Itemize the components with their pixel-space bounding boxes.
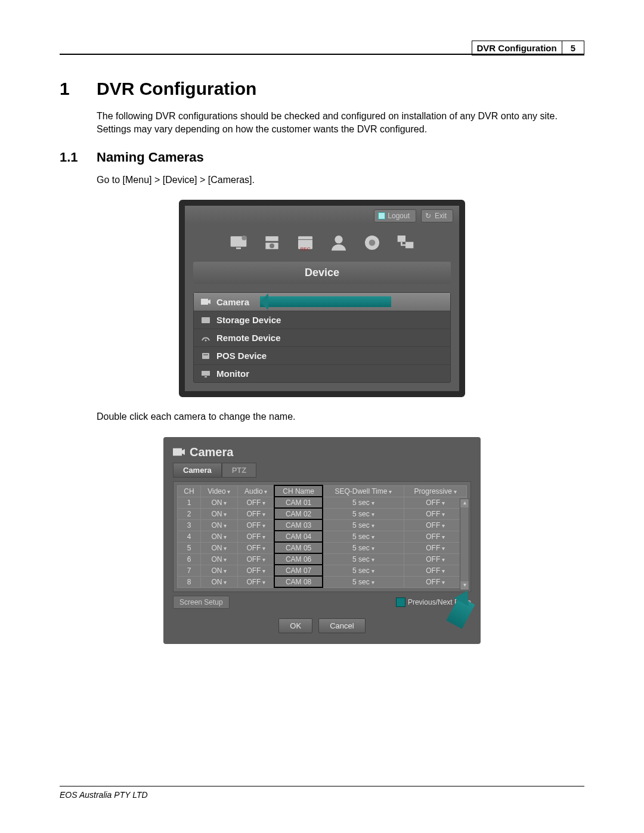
cell-chname[interactable]: CAM 08 bbox=[274, 576, 323, 587]
menu-item-monitor[interactable]: Monitor bbox=[194, 365, 450, 382]
cell-video[interactable]: ON bbox=[201, 497, 238, 508]
pos-icon bbox=[201, 352, 210, 360]
device-menu: Camera Storage Device Remote Device POS … bbox=[193, 292, 451, 383]
exit-button[interactable]: Exit bbox=[421, 209, 453, 222]
cell-prog[interactable]: OFF bbox=[404, 519, 467, 531]
cell-chname[interactable]: CAM 07 bbox=[274, 565, 323, 576]
cell-prog[interactable]: OFF bbox=[404, 576, 467, 587]
scrollbar[interactable]: ▴ ▾ bbox=[460, 498, 469, 590]
table-row: 4ONOFFCAM 045 secOFF bbox=[178, 531, 467, 542]
table-row: 1ONOFFCAM 015 secOFF bbox=[178, 497, 467, 508]
svg-point-3 bbox=[270, 244, 274, 249]
cell-audio[interactable]: OFF bbox=[237, 565, 274, 576]
cell-prog[interactable]: OFF bbox=[404, 542, 467, 553]
cell-seq[interactable]: 5 sec bbox=[323, 565, 404, 576]
cell-audio[interactable]: OFF bbox=[237, 542, 274, 553]
cell-chname[interactable]: CAM 02 bbox=[274, 508, 323, 519]
user-icon[interactable] bbox=[327, 233, 350, 252]
svg-text:REC: REC bbox=[301, 247, 311, 252]
col-audio[interactable]: Audio bbox=[237, 485, 274, 497]
table-row: 8ONOFFCAM 085 secOFF bbox=[178, 576, 467, 587]
display-icon[interactable] bbox=[227, 233, 250, 252]
table-row: 2ONOFFCAM 025 secOFF bbox=[178, 508, 467, 519]
menu-item-pos[interactable]: POS Device bbox=[194, 347, 450, 365]
cell-prog[interactable]: OFF bbox=[404, 553, 467, 565]
cell-audio[interactable]: OFF bbox=[237, 553, 274, 565]
cell-seq[interactable]: 5 sec bbox=[323, 519, 404, 531]
col-progressive[interactable]: Progressive bbox=[404, 485, 467, 497]
cell-chname[interactable]: CAM 04 bbox=[274, 531, 323, 542]
prev-next-pager[interactable]: Previous/Next Page bbox=[396, 597, 471, 607]
table-row: 6ONOFFCAM 065 secOFF bbox=[178, 553, 467, 565]
col-video[interactable]: Video bbox=[201, 485, 238, 497]
cell-seq[interactable]: 5 sec bbox=[323, 508, 404, 519]
menu-item-label: Remote Device bbox=[216, 333, 281, 343]
cell-video[interactable]: ON bbox=[201, 553, 238, 565]
camera-config-screenshot: Camera Camera PTZ CH Video Audio CH Name… bbox=[163, 437, 481, 644]
cell-chname[interactable]: CAM 06 bbox=[274, 553, 323, 565]
device-icon[interactable] bbox=[261, 233, 283, 252]
menu-item-label: Storage Device bbox=[216, 315, 281, 325]
pager-icon bbox=[396, 597, 405, 607]
camera-icon bbox=[173, 447, 185, 457]
cell-chname[interactable]: CAM 03 bbox=[274, 519, 323, 531]
cell-prog[interactable]: OFF bbox=[404, 565, 467, 576]
menu-item-camera[interactable]: Camera bbox=[194, 293, 450, 311]
cell-prog[interactable]: OFF bbox=[404, 497, 467, 508]
highlight-arrow-icon bbox=[260, 296, 391, 307]
h1-title: DVR Configuration bbox=[97, 79, 256, 99]
cell-ch: 5 bbox=[178, 542, 201, 553]
cancel-button[interactable]: Cancel bbox=[318, 618, 365, 633]
camera-table: CH Video Audio CH Name SEQ-Dwell Time Pr… bbox=[177, 485, 467, 588]
cell-video[interactable]: ON bbox=[201, 576, 238, 587]
col-seq[interactable]: SEQ-Dwell Time bbox=[323, 485, 404, 497]
header-rule bbox=[60, 54, 584, 55]
menu-item-storage[interactable]: Storage Device bbox=[194, 311, 450, 329]
cell-ch: 7 bbox=[178, 565, 201, 576]
schedule-icon[interactable]: REC bbox=[294, 233, 317, 252]
cell-chname[interactable]: CAM 05 bbox=[274, 542, 323, 553]
record-icon[interactable] bbox=[361, 233, 383, 252]
cell-seq[interactable]: 5 sec bbox=[323, 497, 404, 508]
camera-title: Camera bbox=[190, 445, 233, 459]
device-menu-screenshot: Logout Exit REC Device Camera bbox=[179, 200, 465, 397]
cell-chname[interactable]: CAM 01 bbox=[274, 497, 323, 508]
svg-rect-14 bbox=[202, 353, 209, 359]
svg-rect-1 bbox=[236, 247, 241, 249]
cell-seq[interactable]: 5 sec bbox=[323, 542, 404, 553]
svg-point-13 bbox=[205, 339, 207, 341]
scroll-up-icon[interactable]: ▴ bbox=[460, 499, 469, 507]
cell-audio[interactable]: OFF bbox=[237, 508, 274, 519]
network-icon[interactable] bbox=[394, 233, 417, 252]
ok-button[interactable]: OK bbox=[278, 618, 312, 633]
table-row: 3ONOFFCAM 035 secOFF bbox=[178, 519, 467, 531]
cell-seq[interactable]: 5 sec bbox=[323, 531, 404, 542]
cell-audio[interactable]: OFF bbox=[237, 519, 274, 531]
svg-rect-10 bbox=[405, 242, 413, 249]
cell-seq[interactable]: 5 sec bbox=[323, 553, 404, 565]
cell-audio[interactable]: OFF bbox=[237, 497, 274, 508]
col-ch: CH bbox=[178, 485, 201, 497]
svg-rect-12 bbox=[202, 317, 210, 323]
cell-video[interactable]: ON bbox=[201, 565, 238, 576]
cell-video[interactable]: ON bbox=[201, 508, 238, 519]
cell-video[interactable]: ON bbox=[201, 519, 238, 531]
cell-video[interactable]: ON bbox=[201, 531, 238, 542]
cell-audio[interactable]: OFF bbox=[237, 576, 274, 587]
cell-seq[interactable]: 5 sec bbox=[323, 576, 404, 587]
tab-ptz[interactable]: PTZ bbox=[222, 463, 257, 478]
h2-title: Naming Cameras bbox=[97, 150, 204, 165]
cell-ch: 2 bbox=[178, 508, 201, 519]
svg-point-6 bbox=[335, 236, 342, 243]
cell-prog[interactable]: OFF bbox=[404, 508, 467, 519]
cell-video[interactable]: ON bbox=[201, 542, 238, 553]
storage-icon bbox=[201, 316, 210, 324]
cell-audio[interactable]: OFF bbox=[237, 531, 274, 542]
screen-setup-button[interactable]: Screen Setup bbox=[173, 596, 230, 609]
menu-item-label: Monitor bbox=[216, 368, 249, 379]
cell-ch: 6 bbox=[178, 553, 201, 565]
cell-prog[interactable]: OFF bbox=[404, 531, 467, 542]
logout-button[interactable]: Logout bbox=[374, 209, 416, 222]
tab-camera[interactable]: Camera bbox=[173, 463, 222, 478]
menu-item-remote[interactable]: Remote Device bbox=[194, 329, 450, 347]
